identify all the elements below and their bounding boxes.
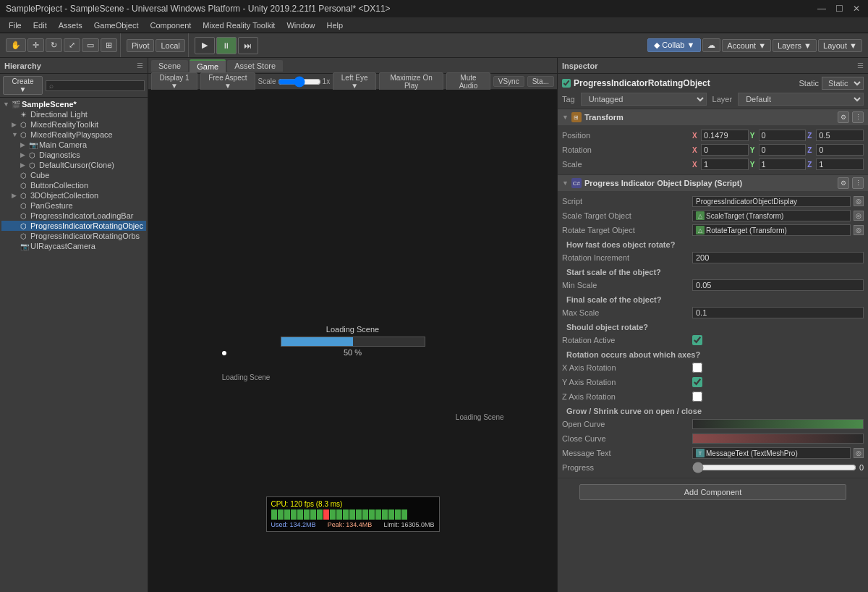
rot-x-input[interactable] — [701, 144, 749, 156]
rotate-target-value-row: △ RotateTarget (Transform) ◎ — [692, 224, 864, 236]
menu-edit[interactable]: Edit — [27, 20, 53, 31]
menu-help[interactable]: Help — [321, 20, 349, 31]
transform-settings-icon[interactable]: ⚙ — [838, 111, 849, 123]
transform-more-icon[interactable]: ⋮ — [852, 111, 864, 123]
layout-dropdown[interactable]: Layout ▼ — [818, 39, 862, 52]
vsync-btn[interactable]: VSync — [493, 76, 524, 87]
hier-item-mrtoolkit[interactable]: ▶ ⬡ MixedRealityToolkit — [1, 119, 146, 130]
pos-y-input[interactable] — [759, 130, 807, 141]
hier-item-scene[interactable]: ▼ 🎬 SampleScene* — [1, 99, 146, 109]
local-button[interactable]: Local — [156, 39, 184, 52]
layer-dropdown[interactable]: Default — [738, 93, 864, 106]
rotation-increment-input[interactable] — [692, 252, 864, 263]
stats-btn[interactable]: Sta... — [527, 76, 554, 87]
tab-scene[interactable]: Scene — [151, 60, 188, 72]
account-dropdown[interactable]: Account ▼ — [722, 39, 771, 52]
perf-bar-4 — [291, 509, 297, 520]
cloud-button[interactable]: ☁ — [702, 38, 720, 52]
rot-y-input[interactable] — [759, 144, 807, 156]
scale-control: Scale 1x — [258, 76, 331, 88]
pos-z-input[interactable] — [816, 130, 864, 141]
move-tool[interactable]: ✛ — [27, 38, 44, 52]
close-curve-bar[interactable] — [692, 434, 864, 444]
scale-z-input[interactable] — [816, 158, 864, 170]
scale-y-input[interactable] — [759, 158, 807, 170]
eye-btn[interactable]: Left Eye ▼ — [333, 72, 376, 91]
script-header[interactable]: ▼ C# Progress Indicator Object Display (… — [558, 175, 868, 191]
open-curve-bar[interactable] — [692, 419, 864, 429]
hier-item-mrplayspace[interactable]: ▼ ⬡ MixedRealityPlayspace — [1, 130, 146, 140]
z-axis-checkbox[interactable] — [692, 392, 702, 402]
maximize-button[interactable]: ☐ — [833, 3, 845, 14]
transform-header[interactable]: ▼ ⊞ Transform ⚙ ⋮ — [558, 109, 868, 125]
pause-button[interactable]: ⏸ — [216, 37, 237, 54]
menu-mixed-reality[interactable]: Mixed Reality Toolkit — [197, 20, 281, 31]
rot-x-label: X — [692, 146, 699, 154]
rotate-tool[interactable]: ↻ — [46, 38, 62, 52]
close-button[interactable]: ✕ — [851, 3, 862, 14]
max-scale-input[interactable] — [692, 307, 864, 318]
hier-item-cursor[interactable]: ▶ ⬡ DefaultCursor(Clone) — [1, 160, 146, 170]
rotate-target-pick[interactable]: ◎ — [854, 225, 864, 235]
pos-z-group: Z — [807, 130, 864, 141]
scale-slider[interactable] — [278, 76, 321, 88]
script-settings-icon[interactable]: ⚙ — [838, 177, 849, 189]
menu-file[interactable]: File — [3, 20, 27, 31]
progress-slider[interactable] — [692, 462, 856, 473]
tab-asset-store[interactable]: Asset Store — [227, 60, 283, 72]
layers-dropdown[interactable]: Layers ▼ — [773, 39, 817, 52]
inspector-options[interactable]: ☰ — [857, 62, 864, 69]
x-axis-checkbox[interactable] — [692, 363, 702, 373]
hier-item-pirotating-selected[interactable]: ⬡ ProgressIndicatorRotatingObjec — [1, 221, 146, 231]
script-more-icon[interactable]: ⋮ — [852, 177, 864, 189]
scale-target-icon: △ — [696, 211, 705, 220]
hier-item-piloadingbar[interactable]: ⬡ ProgressIndicatorLoadingBar — [1, 211, 146, 221]
message-text-pick[interactable]: ◎ — [854, 448, 864, 458]
display-btn[interactable]: Display 1 ▼ — [151, 72, 197, 91]
hier-item-cube[interactable]: ⬡ Cube — [1, 170, 146, 180]
collab-button[interactable]: ◆ Collab ▼ — [647, 38, 701, 52]
hier-item-3dobject[interactable]: ▶ ⬡ 3DObjectCollection — [1, 190, 146, 200]
hier-item-maincam[interactable]: ▶ 📷 Main Camera — [1, 140, 146, 150]
aspect-btn[interactable]: Free Aspect ▼ — [200, 72, 255, 91]
scale-target-pick[interactable]: ◎ — [854, 211, 864, 221]
step-button[interactable]: ⏭ — [238, 37, 258, 54]
perf-bar-19 — [395, 509, 401, 520]
menu-window[interactable]: Window — [281, 20, 320, 31]
mute-btn[interactable]: Mute Audio — [446, 72, 490, 91]
maximize-btn[interactable]: Maximize On Play — [379, 72, 443, 91]
hand-tool[interactable]: ✋ — [6, 38, 26, 52]
rect-tool[interactable]: ▭ — [82, 38, 99, 52]
hier-item-pangesture[interactable]: ⬡ PanGesture — [1, 200, 146, 211]
scale-tool[interactable]: ⤢ — [64, 38, 80, 52]
transform-tool[interactable]: ⊞ — [101, 38, 117, 52]
rot-x-group: X — [692, 144, 749, 156]
rotation-active-checkbox[interactable] — [692, 335, 702, 345]
tab-game[interactable]: Game — [190, 59, 226, 72]
script-pick-icon[interactable]: ◎ — [854, 196, 864, 206]
menu-assets[interactable]: Assets — [53, 20, 88, 31]
object-enabled-checkbox[interactable] — [562, 79, 571, 88]
tag-dropdown[interactable]: Untagged — [581, 93, 707, 106]
minimize-button[interactable]: — — [816, 3, 827, 14]
add-component-button[interactable]: Add Component — [579, 484, 846, 500]
scale-x-input[interactable] — [701, 158, 749, 170]
hier-item-pirotatingorbs[interactable]: ⬡ ProgressIndicatorRotatingOrbs — [1, 231, 146, 241]
hierarchy-search[interactable] — [46, 80, 145, 91]
pivot-button[interactable]: Pivot — [127, 39, 154, 52]
hierarchy-content: ▼ 🎬 SampleScene* ☀ Directional Light ▶ ⬡… — [0, 98, 148, 592]
hier-item-dirlight[interactable]: ☀ Directional Light — [1, 109, 146, 119]
hier-item-uiraycast[interactable]: 📷 UIRaycastCamera — [1, 241, 146, 251]
play-button[interactable]: ▶ — [195, 37, 215, 54]
static-dropdown[interactable]: Static — [822, 77, 864, 90]
menu-component[interactable]: Component — [144, 20, 197, 31]
hierarchy-options[interactable]: ☰ — [137, 62, 143, 69]
pos-x-input[interactable] — [701, 130, 749, 141]
hier-item-buttoncol[interactable]: ⬡ ButtonCollection — [1, 180, 146, 190]
hierarchy-create-btn[interactable]: Create ▼ — [3, 76, 43, 95]
menu-gameobject[interactable]: GameObject — [88, 20, 145, 31]
min-scale-input[interactable] — [692, 279, 864, 291]
rot-z-input[interactable] — [816, 144, 864, 156]
y-axis-checkbox[interactable] — [692, 377, 702, 387]
hier-item-diag[interactable]: ▶ ⬡ Diagnostics — [1, 150, 146, 160]
